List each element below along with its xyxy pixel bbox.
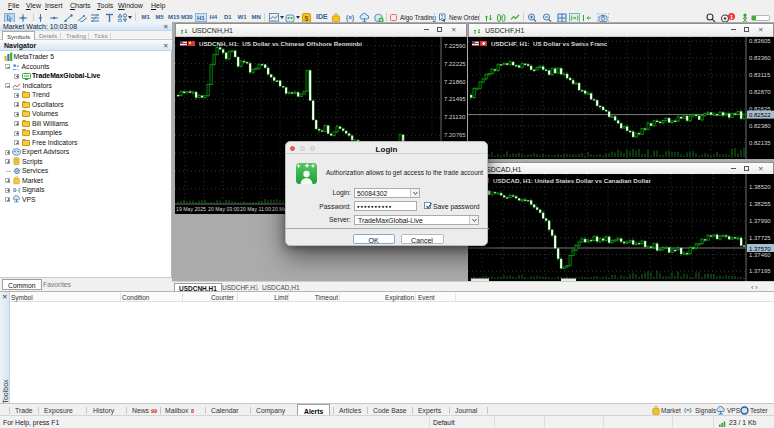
svg-text:20 May 03:00: 20 May 03:00 (208, 206, 240, 212)
svg-text:USDCHF, H1: US Dollar vs Swis: USDCHF, H1: US Dollar vs Swiss Franc (491, 40, 608, 47)
svg-text:7.21860: 7.21860 (444, 79, 466, 85)
svg-text:7.21130: 7.21130 (444, 114, 466, 120)
svg-text:1.37460: 1.37460 (749, 252, 771, 258)
svg-text:0.83360: 0.83360 (749, 55, 771, 61)
svg-text:1: 1 (730, 13, 733, 19)
svg-text:0.82870: 0.82870 (749, 89, 771, 95)
svg-text:0.82135: 0.82135 (749, 140, 771, 146)
svg-text:USDCNH, H1: US Dollar vs Chin: USDCNH, H1: US Dollar vs Chinese Offshor… (199, 40, 362, 47)
svg-text:1.37195: 1.37195 (749, 268, 771, 274)
svg-text:1.37570: 1.37570 (749, 246, 771, 252)
svg-text:1.38255: 1.38255 (749, 201, 771, 207)
svg-text:USDCAD, H1: United States Doll: USDCAD, H1: United States Dollar vs Cana… (493, 177, 651, 184)
svg-text:7.22590: 7.22590 (444, 43, 466, 49)
svg-text:0.83605: 0.83605 (749, 38, 771, 44)
svg-text:1.38520: 1.38520 (749, 184, 771, 190)
svg-text:0.82522: 0.82522 (749, 112, 771, 118)
svg-text:0.82380: 0.82380 (749, 123, 771, 129)
svg-text:19 May 2025: 19 May 2025 (176, 206, 206, 212)
svg-text:20 May 11:00: 20 May 11:00 (240, 206, 271, 212)
svg-text:7.21495: 7.21495 (444, 96, 466, 102)
svg-text:0.83115: 0.83115 (749, 72, 771, 78)
svg-text:1.37990: 1.37990 (749, 218, 771, 224)
svg-text:7.22225: 7.22225 (444, 61, 466, 67)
svg-text:7.20765: 7.20765 (444, 132, 466, 138)
svg-text:1.37725: 1.37725 (749, 235, 771, 241)
